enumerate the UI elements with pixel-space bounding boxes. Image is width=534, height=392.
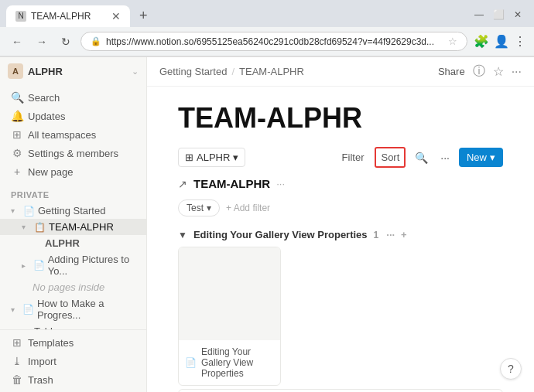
tree-item-no-pages: No pages inside xyxy=(0,279,146,295)
tree-label-getting-started: Getting Started xyxy=(38,205,105,216)
new-button[interactable]: New ▾ xyxy=(459,148,503,167)
help-circle-icon[interactable]: ⓘ xyxy=(473,63,485,80)
lock-icon: 🔒 xyxy=(91,36,101,46)
section-toggle-icon[interactable]: ▼ xyxy=(178,230,187,240)
sidebar-trash-label: Trash xyxy=(28,374,53,386)
extensions-icon[interactable]: 🧩 xyxy=(474,34,489,49)
db-view-button[interactable]: ⊞ ALPHR ▾ xyxy=(178,148,245,167)
refresh-button[interactable]: ↻ xyxy=(57,33,74,50)
search-button[interactable]: 🔍 xyxy=(412,148,431,167)
tree-item-adding-pictures[interactable]: ▸ 📄 Adding Pictures to Yo... xyxy=(0,251,146,279)
nav-actions: 🧩 👤 ⋮ xyxy=(474,34,526,49)
sidebar-bottom: ⊞ Templates ⤓ Import 🗑 Trash xyxy=(0,329,146,392)
tree-item-how-to-make[interactable]: ▾ 📄 How to Make a Progres... xyxy=(0,295,146,323)
settings-icon: ⚙ xyxy=(11,147,23,159)
updates-icon: 🔔 xyxy=(11,110,23,122)
import-icon: ⤓ xyxy=(11,355,23,367)
gallery-card[interactable]: 📄 Editing Your Gallery View Properties xyxy=(178,247,281,386)
gallery-section-label: Editing Your Gallery View Properties xyxy=(193,229,368,240)
card-page-icon: 📄 xyxy=(185,357,197,368)
add-filter-button[interactable]: + Add filter xyxy=(226,203,270,213)
trash-icon: 🗑 xyxy=(11,373,23,386)
search-icon: 🔍 xyxy=(11,91,23,104)
chevron-down-icon: ▾ xyxy=(22,223,31,231)
breadcrumb-part1: Getting Started xyxy=(159,66,227,77)
more-options-button[interactable]: ··· xyxy=(437,148,453,167)
sidebar-item-import[interactable]: ⤓ Import xyxy=(5,352,142,370)
minimize-button[interactable]: — xyxy=(474,9,484,20)
page-icon: 📄 xyxy=(23,206,35,216)
new-label: New xyxy=(467,152,487,163)
sidebar-item-updates[interactable]: 🔔 Updates xyxy=(5,107,142,125)
sidebar-item-teamspaces[interactable]: ⊞ All teamspaces xyxy=(5,125,142,144)
db-more-button[interactable]: ··· xyxy=(276,178,285,189)
tree-item-alphr[interactable]: ALPHR xyxy=(0,235,146,251)
filter-chip-test[interactable]: Test ▾ xyxy=(178,199,220,216)
link-icon: ↗ xyxy=(178,178,187,190)
sidebar-section-private: Private xyxy=(0,184,146,203)
profile-icon[interactable]: 👤 xyxy=(494,34,509,49)
address-bar[interactable]: 🔒 https://www.notion.so/6955125ea56240c2… xyxy=(80,32,467,51)
tab-favicon: N xyxy=(15,11,26,22)
gallery-grid: 📄 Editing Your Gallery View Properties xyxy=(178,247,503,386)
main-content: Getting Started / TEAM-ALPHR Share ⓘ ☆ ·… xyxy=(147,57,534,392)
chevron-down-icon: ▾ xyxy=(11,206,20,215)
sidebar-tree: Private ▾ 📄 Getting Started ▾ 📋 TEAM-ALP… xyxy=(0,184,146,329)
tab-close-button[interactable]: ✕ xyxy=(111,10,121,22)
new-tab-button[interactable]: + xyxy=(133,5,154,27)
tree-label-no-pages: No pages inside xyxy=(33,281,104,293)
maximize-button[interactable]: ⬜ xyxy=(493,9,505,20)
new-item-button[interactable]: + New xyxy=(178,389,503,392)
back-button[interactable]: ← xyxy=(8,33,26,50)
sidebar-updates-label: Updates xyxy=(28,111,65,122)
workspace-name: ALPHR xyxy=(28,66,127,77)
content-area: TEAM-ALPHR ⊞ ALPHR ▾ Filter Sort 🔍 ··· N… xyxy=(147,87,534,392)
share-button[interactable]: Share xyxy=(438,66,465,77)
filter-chip-chevron-icon: ▾ xyxy=(207,203,211,213)
tree-label-alphr: ALPHR xyxy=(45,237,80,249)
sort-button[interactable]: Sort xyxy=(375,147,406,168)
sidebar-item-trash[interactable]: 🗑 Trash xyxy=(5,370,142,389)
more-icon[interactable]: ··· xyxy=(512,65,522,79)
tree-label-team-alphr: TEAM-ALPHR xyxy=(49,221,114,233)
tree-label-adding-pictures: Adding Pictures to Yo... xyxy=(48,254,140,277)
tab-bar: N TEAM-ALPHR ✕ + — ⬜ ✕ xyxy=(0,0,534,27)
sidebar-import-label: Import xyxy=(28,356,56,367)
db-toolbar: ⊞ ALPHR ▾ Filter Sort 🔍 ··· New ▾ xyxy=(178,147,503,168)
db-view-icon: ⊞ xyxy=(185,152,193,163)
filter-bar: Test ▾ + Add filter xyxy=(178,196,503,220)
breadcrumb-part2: TEAM-ALPHR xyxy=(239,66,304,77)
topbar-actions: Share ⓘ ☆ ··· xyxy=(438,63,522,80)
sidebar-item-newpage[interactable]: + New page xyxy=(5,162,142,181)
sidebar-item-templates[interactable]: ⊞ Templates xyxy=(5,333,142,352)
active-tab[interactable]: N TEAM-ALPHR ✕ xyxy=(6,5,130,27)
chevron-down-icon: ▾ xyxy=(11,305,19,314)
chevron-down-icon: ▾ xyxy=(233,152,238,163)
tree-item-table[interactable]: Table xyxy=(0,323,146,329)
section-more-icon[interactable]: ··· xyxy=(386,229,395,240)
filter-button[interactable]: Filter xyxy=(337,148,369,166)
breadcrumb-separator: / xyxy=(231,66,234,77)
gallery-section: ▼ Editing Your Gallery View Properties 1… xyxy=(178,229,503,392)
help-button[interactable]: ? xyxy=(500,358,522,380)
sidebar-item-settings[interactable]: ⚙ Settings & members xyxy=(5,144,142,162)
sidebar-nav: 🔍 Search 🔔 Updates ⊞ All teamspaces ⚙ Se… xyxy=(0,85,146,184)
card-title: Editing Your Gallery View Properties xyxy=(201,346,274,379)
gallery-section-header: ▼ Editing Your Gallery View Properties 1… xyxy=(178,229,503,240)
db-view-label: ALPHR xyxy=(197,152,230,163)
sidebar-item-search[interactable]: 🔍 Search xyxy=(5,88,142,107)
forward-button[interactable]: → xyxy=(33,33,51,50)
card-body: 📄 Editing Your Gallery View Properties xyxy=(179,340,280,385)
section-plus-button[interactable]: + xyxy=(401,229,407,240)
nav-bar: ← → ↻ 🔒 https://www.notion.so/6955125ea5… xyxy=(0,27,534,56)
bookmark-icon[interactable]: ☆ xyxy=(448,36,457,47)
db-name: TEAM-ALPHR xyxy=(193,177,270,190)
workspace-chevron-icon[interactable]: ⌄ xyxy=(132,66,139,77)
more-options-icon[interactable]: ⋮ xyxy=(514,34,526,49)
teamspaces-icon: ⊞ xyxy=(11,128,23,141)
tree-item-team-alphr[interactable]: ▾ 📋 TEAM-ALPHR xyxy=(0,219,146,235)
star-icon[interactable]: ☆ xyxy=(493,64,504,79)
topbar: Getting Started / TEAM-ALPHR Share ⓘ ☆ ·… xyxy=(147,57,534,87)
close-button[interactable]: ✕ xyxy=(514,9,522,20)
tree-item-getting-started[interactable]: ▾ 📄 Getting Started xyxy=(0,203,146,219)
